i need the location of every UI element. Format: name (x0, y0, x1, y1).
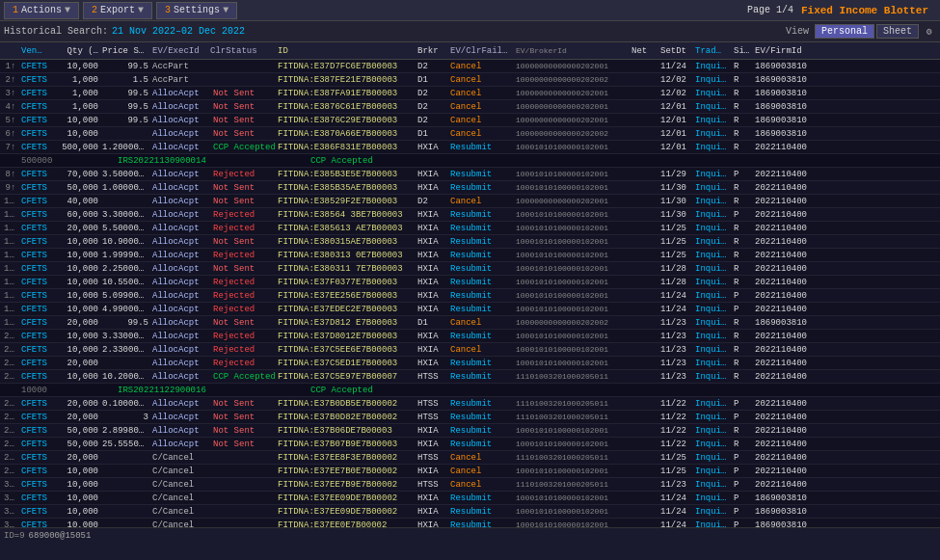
table-row[interactable]: 11↑ CFETS 60,000 3.30000000 AllocAcpt Re… (0, 208, 940, 222)
set-date: 12/01 (658, 102, 693, 112)
ev-execid: AllocAcpt (150, 426, 208, 436)
firm-id: 2022110400 (753, 291, 811, 301)
settings-label: Settings (174, 5, 220, 15)
row-id: FITDNA:E37EE0E7B00002 (276, 520, 416, 528)
export-button[interactable]: 2 Export ▼ (83, 2, 152, 19)
table-row[interactable]: 17↑ CFETS 10,000 5.09900000 AllocAcpt Re… (0, 289, 940, 303)
ev-broker-id: 10001010100000102001 (514, 224, 630, 232)
row-num: 8↑ (2, 170, 19, 179)
trade-type: Inquiry (693, 291, 732, 301)
ev-execid: AllocAcpt (150, 291, 208, 301)
table-row[interactable]: 24↑ CFETS 20,000 0.10000000 AllocAcpt No… (0, 397, 940, 411)
venue: CFETS (19, 426, 54, 436)
table-row[interactable]: 27↑ CFETS 50,000 25.55500000 AllocAcpt N… (0, 438, 940, 451)
table-row[interactable]: 21↑ CFETS 10,000 2.33000000 AllocAcpt Re… (0, 343, 940, 357)
table-row[interactable]: 12↑ CFETS 20,000 5.50000000 AllocAcpt Re… (0, 222, 940, 235)
actions-button[interactable]: 1 Actions ▼ (4, 2, 79, 19)
settings-button[interactable]: 3 Settings ▼ (156, 2, 237, 19)
personal-view-button[interactable]: Personal (815, 24, 874, 39)
table-row[interactable]: 2↑ CFETS 1,000 1.5 AccPart FITDNA:E387FE… (0, 73, 940, 87)
table-row[interactable]: 13↑ CFETS 10,000 10.90000000 AllocAcpt N… (0, 235, 940, 249)
firm-id: 2022110400 (753, 440, 811, 449)
table-row[interactable]: 16↑ CFETS 10,000 10.55000000 AllocAcpt R… (0, 276, 940, 289)
table-row[interactable]: 500000 IRS20221130900014 CCP Accepted (0, 154, 940, 168)
table-row[interactable]: 10↑ CFETS 40,000 AllocAcpt Not Sent FITD… (0, 195, 940, 208)
ev-execid: AllocAcpt (150, 129, 208, 139)
row-id: FITDNA:E386F831E7B00003 (276, 143, 416, 152)
row-id: FITDNA:E385B35AE7B00003 (276, 183, 416, 193)
ev-execid: AllocAcpt (150, 102, 208, 112)
firm-id: 2022110400 (753, 413, 811, 422)
ev-clr-failure: Resubmit (448, 359, 514, 368)
venue: CFETS (19, 237, 54, 247)
table-row[interactable]: 15↑ CFETS 10,000 2.25000000 AllocAcpt No… (0, 262, 940, 276)
table-row[interactable]: 33↑ CFETS 10,000 C/Cancel FITDNA:E37EE0E… (0, 519, 940, 527)
table-container[interactable]: 1↑ CFETS 10,000 99.5 AccPart FITDNA:E37D… (0, 60, 940, 527)
firm-id: 2022110400 (753, 305, 811, 314)
quantity: 10,000 (54, 129, 100, 139)
quantity: 60,000 (54, 210, 100, 220)
set-date: 11/22 (658, 399, 693, 409)
table-row[interactable]: 9↑ CFETS 50,000 1.00000000 AllocAcpt Not… (0, 181, 940, 195)
table-row[interactable]: 22↑ CFETS 20,000 AllocAcpt Rejected FITD… (0, 357, 940, 370)
ev-broker-id: 10000000000000202002 (514, 75, 630, 84)
quantity: 10,000 (54, 237, 100, 247)
venue: CFETS (19, 89, 54, 98)
table-row[interactable]: 5↑ CFETS 10,000 99.5 AllocAcpt Not Sent … (0, 114, 940, 127)
table-row[interactable]: 29↑ CFETS 10,000 C/Cancel FITDNA:E37EE7B… (0, 465, 940, 478)
ev-execid: AllocAcpt (150, 170, 208, 179)
side: R (732, 237, 753, 247)
ev-broker-id: 10001010100000102001 (514, 426, 630, 435)
broker: D1 (416, 129, 448, 139)
table-row[interactable]: 18↑ CFETS 10,000 4.99000000 AllocAcpt Re… (0, 303, 940, 316)
sheet-view-button[interactable]: Sheet (876, 24, 919, 39)
table-row[interactable]: 26↑ CFETS 50,000 2.89980000 AllocAcpt No… (0, 424, 940, 438)
ev-execid: AllocAcpt (150, 399, 208, 409)
row-num: 31↑ (2, 493, 19, 503)
venue: CFETS (19, 520, 54, 528)
table-row[interactable]: 25↑ CFETS 20,000 3 AllocAcpt Not Sent FI… (0, 411, 940, 424)
trade-type: Inquiry (693, 197, 732, 206)
clr-status: Not Sent (208, 116, 276, 125)
set-date: 11/25 (658, 453, 693, 463)
search-label: Historical Search: (4, 26, 108, 37)
table-row[interactable]: 10000 IRS20221122900016 CCP Accepted (0, 384, 940, 397)
quantity: 50,000 (54, 183, 100, 193)
row-id: FITDNA:E385613 AE7B00003 (276, 224, 416, 233)
ev-broker-id: 10001010100000102001 (514, 183, 630, 192)
clr-status: Not Sent (208, 264, 276, 274)
ev-execid: C/Cancel (150, 467, 208, 476)
firm-id: 2022110400 (753, 210, 811, 220)
table-row[interactable]: 30↑ CFETS 10,000 C/Cancel FITDNA:E37EE7B… (0, 478, 940, 492)
filter-icon[interactable]: ⚙ (923, 25, 936, 39)
broker: HXIA (416, 467, 448, 476)
table-row[interactable]: 14↑ CFETS 10,000 1.99990000 AllocAcpt Re… (0, 249, 940, 262)
table-row[interactable]: 1↑ CFETS 10,000 99.5 AccPart FITDNA:E37D… (0, 60, 940, 73)
table-row[interactable]: 6↑ CFETS 10,000 AllocAcpt Not Sent FITDN… (0, 127, 940, 141)
table-row[interactable]: 8↑ CFETS 70,000 3.50000000 AllocAcpt Rej… (0, 168, 940, 181)
table-row[interactable]: 32↑ CFETS 10,000 C/Cancel FITDNA:E37EE09… (0, 505, 940, 519)
row-num: 18↑ (2, 305, 19, 314)
trade-type: Inquiry (693, 426, 732, 436)
firm-id: 2022110400 (753, 426, 811, 436)
table-row[interactable]: 23↑ CFETS 10,000 10.20000000 AllocAcpt C… (0, 370, 940, 384)
set-date: 11/24 (658, 520, 693, 528)
broker: HTSS (416, 480, 448, 490)
table-row[interactable]: 28↑ CFETS 20,000 C/Cancel FITDNA:E37EE8F… (0, 451, 940, 465)
table-row[interactable]: 19↑ CFETS 20,000 99.5 AllocAcpt Not Sent… (0, 316, 940, 330)
venue: CFETS (19, 332, 54, 341)
clr-status: Not Sent (208, 183, 276, 193)
firm-id: 2022110400 (753, 399, 811, 409)
side: R (732, 332, 753, 341)
table-row[interactable]: 4↑ CFETS 1,000 99.5 AllocAcpt Not Sent F… (0, 100, 940, 114)
table-row[interactable]: 7↑ CFETS 500,000 1.20000000 AllocAcpt CC… (0, 141, 940, 154)
clr-status: Not Sent (208, 440, 276, 449)
venue: CFETS (19, 62, 54, 71)
clr-status: Not Sent (208, 129, 276, 139)
table-row[interactable]: 3↑ CFETS 1,000 99.5 AllocAcpt Not Sent F… (0, 87, 940, 100)
table-row[interactable]: 20↑ CFETS 10,000 3.33000000 AllocAcpt Re… (0, 330, 940, 343)
table-row[interactable]: 31↑ CFETS 10,000 C/Cancel FITDNA:E37EE09… (0, 492, 940, 505)
ev-broker-id: 10001010100000102001 (514, 291, 630, 300)
firm-id: 2022110400 (753, 359, 811, 368)
clr-status: Not Sent (208, 197, 276, 206)
